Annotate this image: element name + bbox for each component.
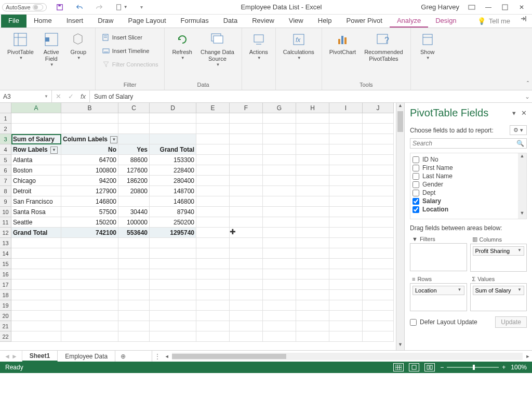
field-item-last-name[interactable]: Last Name <box>411 172 525 180</box>
cell[interactable] <box>230 196 263 207</box>
sheet-tab-employee-data[interactable]: Employee Data <box>58 351 115 362</box>
sheet-tab-sheet1[interactable]: Sheet1 <box>22 351 58 362</box>
cell[interactable] <box>118 331 150 342</box>
tab-page-layout[interactable]: Page Layout <box>121 15 174 28</box>
scroll-track[interactable] <box>396 111 404 342</box>
cell[interactable] <box>263 196 296 207</box>
cell[interactable] <box>230 290 263 300</box>
cell[interactable] <box>329 217 363 228</box>
cell[interactable] <box>363 144 394 155</box>
cell[interactable] <box>329 280 363 290</box>
cell[interactable] <box>118 113 150 124</box>
cell[interactable] <box>296 311 329 321</box>
field-checkbox[interactable] <box>413 165 419 171</box>
tab-formulas[interactable]: Formulas <box>174 15 216 28</box>
cell[interactable] <box>296 207 329 217</box>
minimize-button[interactable]: — <box>480 1 497 14</box>
cell[interactable] <box>11 238 61 248</box>
area-item-sum-salary[interactable]: Sum of Salary▼ <box>473 286 525 295</box>
cell[interactable] <box>363 207 394 217</box>
cell[interactable]: 57500 <box>61 207 118 217</box>
cell[interactable] <box>118 124 150 134</box>
cell[interactable] <box>296 238 329 248</box>
cell[interactable] <box>150 300 196 311</box>
cell[interactable] <box>329 207 363 217</box>
cell[interactable] <box>196 248 230 259</box>
add-sheet-button[interactable]: ⊕ <box>115 351 131 362</box>
horizontal-scrollbar[interactable]: ⋮ ◄ ► <box>152 351 532 362</box>
cell[interactable] <box>296 228 329 238</box>
cell[interactable] <box>230 321 263 331</box>
row-header-19[interactable]: 19 <box>0 300 11 311</box>
cell[interactable] <box>329 176 363 186</box>
cell[interactable] <box>230 207 263 217</box>
cell[interactable] <box>61 300 118 311</box>
field-checkbox[interactable] <box>413 156 419 163</box>
fields-search[interactable]: 🔍 <box>410 138 527 149</box>
cell[interactable]: 153300 <box>150 155 196 165</box>
cell[interactable] <box>263 144 296 155</box>
col-header-G[interactable]: G <box>263 103 296 113</box>
cell[interactable]: 146800 <box>61 196 118 207</box>
row-header-11[interactable]: 11 <box>0 217 11 228</box>
cell[interactable] <box>263 311 296 321</box>
cell[interactable] <box>329 155 363 165</box>
cell[interactable] <box>196 228 230 238</box>
cell[interactable] <box>263 176 296 186</box>
cell[interactable] <box>230 259 263 269</box>
cell[interactable]: Chicago <box>11 176 61 186</box>
cell[interactable] <box>263 248 296 259</box>
cell[interactable] <box>230 280 263 290</box>
cell[interactable] <box>230 238 263 248</box>
values-drop-zone[interactable]: Sum of Salary▼ <box>470 283 527 311</box>
cell[interactable] <box>11 248 61 259</box>
area-item-location[interactable]: Location▼ <box>413 286 464 295</box>
cell[interactable] <box>263 186 296 196</box>
cell[interactable] <box>329 269 363 280</box>
cell[interactable] <box>150 124 196 134</box>
cell[interactable] <box>11 259 61 269</box>
cell[interactable]: Sum of Salary <box>11 134 61 144</box>
cell[interactable] <box>263 134 296 144</box>
row-header-12[interactable]: 12 <box>0 228 11 238</box>
calculations-button[interactable]: fx Calculations ▼ <box>280 30 317 61</box>
cell[interactable] <box>329 228 363 238</box>
col-header-F[interactable]: F <box>230 103 263 113</box>
insert-function-button[interactable]: fx <box>77 92 89 100</box>
cell[interactable]: Yes <box>118 144 150 155</box>
cell[interactable] <box>329 165 363 176</box>
cell[interactable] <box>363 113 394 124</box>
cell[interactable] <box>61 248 118 259</box>
cell[interactable] <box>263 280 296 290</box>
field-item-id-no[interactable]: ID No <box>411 155 525 164</box>
cell[interactable] <box>118 269 150 280</box>
cell[interactable] <box>150 248 196 259</box>
cell[interactable] <box>329 124 363 134</box>
scroll-right-button[interactable]: ► <box>524 354 532 359</box>
cell[interactable] <box>61 269 118 280</box>
cell[interactable] <box>296 155 329 165</box>
field-checkbox[interactable] <box>413 206 419 213</box>
cell[interactable] <box>329 248 363 259</box>
cell[interactable] <box>196 290 230 300</box>
normal-view-button[interactable] <box>393 363 404 371</box>
scroll-down-button[interactable]: ▼ <box>518 210 526 219</box>
cell[interactable] <box>296 176 329 186</box>
cell[interactable] <box>363 290 394 300</box>
cell[interactable] <box>150 331 196 342</box>
cell[interactable] <box>118 259 150 269</box>
cell[interactable] <box>230 269 263 280</box>
cell[interactable] <box>329 144 363 155</box>
cell[interactable] <box>11 290 61 300</box>
maximize-button[interactable] <box>497 1 513 14</box>
cell[interactable] <box>363 280 394 290</box>
zoom-out-button[interactable]: − <box>440 364 444 371</box>
cell[interactable]: Grand Total <box>150 144 196 155</box>
cell[interactable] <box>118 311 150 321</box>
cell[interactable]: 280400 <box>150 176 196 186</box>
cell[interactable] <box>61 321 118 331</box>
cell[interactable] <box>11 124 61 134</box>
field-item-dept[interactable]: Dept <box>411 189 525 197</box>
field-checkbox[interactable] <box>413 198 419 205</box>
cell[interactable] <box>118 321 150 331</box>
